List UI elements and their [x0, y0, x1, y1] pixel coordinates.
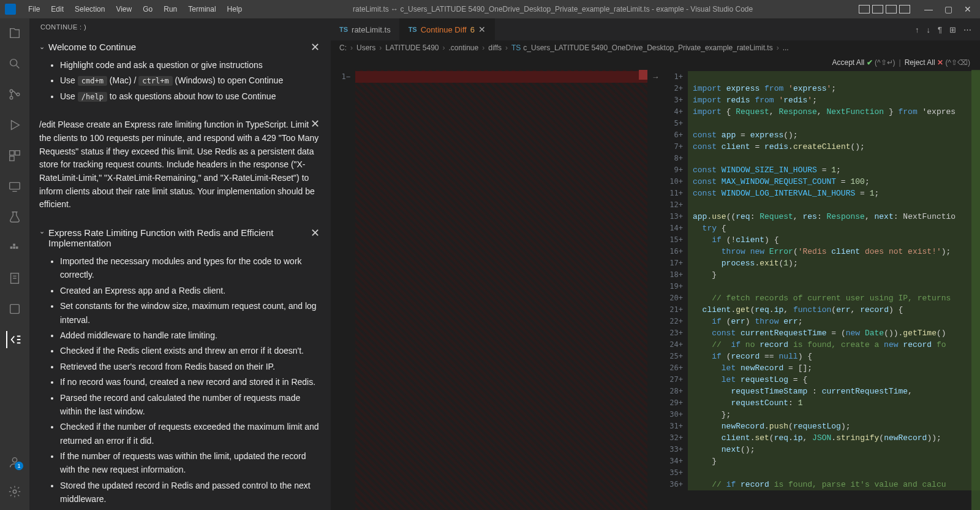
tab-continue-diff[interactable]: TS Continue Diff 6 ✕ — [400, 18, 495, 40]
code-line[interactable]: throw new Error('Redis client does not e… — [688, 246, 980, 257]
explorer-icon[interactable] — [6, 25, 23, 42]
result-bullet: Retrieved the user's record from Redis b… — [60, 360, 321, 373]
testing-icon[interactable] — [6, 208, 23, 226]
code-line[interactable]: if (err) throw err; — [688, 316, 980, 327]
code-line[interactable]: requestCount: 1 — [688, 397, 980, 409]
continue-sidebar: CONTINUE : ) ⌄ Welcome to Continue ✕ Hig… — [29, 18, 331, 510]
close-icon[interactable]: ✕ — [311, 226, 320, 240]
breadcrumb[interactable]: C:› Users› LATITUDE 5490› .continue› dif… — [331, 40, 980, 55]
search-icon[interactable] — [6, 55, 23, 72]
code-line[interactable]: let requestLog = { — [688, 374, 980, 386]
code-line[interactable]: // fetch records of current user using I… — [688, 292, 980, 304]
accept-all-button[interactable]: Accept All ✔ (^⇧↵) — [832, 58, 895, 67]
reject-all-button[interactable]: Reject All ✕ (^⇧⌫) — [905, 58, 970, 67]
code-line[interactable]: try { — [688, 223, 980, 234]
menu-help[interactable]: Help — [222, 2, 247, 16]
code-line[interactable]: next(); — [688, 444, 980, 455]
menu-terminal[interactable]: Terminal — [183, 2, 221, 16]
close-icon[interactable]: ✕ — [311, 40, 320, 54]
svg-rect-13 — [10, 305, 20, 314]
menu-edit[interactable]: Edit — [46, 2, 69, 16]
split-icon[interactable]: ⊞ — [949, 25, 956, 34]
svg-rect-11 — [13, 244, 15, 246]
code-line[interactable]: const currentRequestTime = (new Date()).… — [688, 327, 980, 339]
menu-view[interactable]: View — [111, 2, 137, 16]
code-line[interactable]: } — [688, 455, 980, 467]
bookmark-icon[interactable] — [6, 270, 23, 287]
code-line[interactable]: const WINDOW_LOG_INTERVAL_IN_HOURS = 1; — [688, 188, 980, 199]
code-line[interactable]: }; — [688, 409, 980, 421]
run-debug-icon[interactable] — [6, 116, 23, 134]
code-line[interactable]: import { Request, Response, NextFunction… — [688, 106, 980, 118]
svg-point-3 — [17, 93, 20, 96]
close-icon[interactable]: ✕ — [478, 25, 486, 34]
prompt-section: ✕ /edit Please create an Express rate li… — [29, 111, 331, 221]
code-line[interactable]: process.exit(1); — [688, 257, 980, 269]
chevron-down-icon[interactable]: ⌄ — [39, 43, 45, 51]
menu-bar: File Edit Selection View Go Run Terminal… — [23, 2, 247, 16]
docker-icon[interactable] — [6, 239, 23, 256]
code-line[interactable]: let newRecord = []; — [688, 362, 980, 374]
code-line[interactable] — [688, 281, 980, 292]
code-line[interactable]: const app = express(); — [688, 129, 980, 141]
extensions-icon[interactable] — [6, 147, 23, 164]
source-control-icon[interactable] — [6, 86, 23, 103]
typescript-icon: TS — [339, 26, 348, 33]
close-icon[interactable]: ✕ — [311, 117, 320, 131]
menu-go[interactable]: Go — [138, 2, 157, 16]
code-line[interactable]: requestTimeStamp : currentRequestTime, — [688, 386, 980, 397]
code-line[interactable] — [688, 199, 980, 211]
code-line[interactable]: client.set(req.ip, JSON.stringify(newRec… — [688, 432, 980, 444]
code-line[interactable]: // if record is found, parse it's value … — [688, 479, 980, 490]
code-line[interactable] — [688, 71, 980, 83]
svg-rect-7 — [10, 183, 20, 189]
code-line[interactable]: const MAX_WINDOW_REQUEST_COUNT = 100; — [688, 176, 980, 188]
menu-selection[interactable]: Selection — [70, 2, 110, 16]
code-line[interactable]: import express from 'express'; — [688, 83, 980, 94]
account-icon[interactable]: 1 — [6, 454, 23, 471]
welcome-title: Welcome to Continue — [48, 42, 136, 52]
diff-left-pane[interactable]: 1− — [331, 70, 647, 510]
tab-label: Continue Diff — [421, 25, 467, 34]
layout-controls[interactable] — [859, 5, 910, 13]
diff-right-pane[interactable]: 1+2+3+4+5+6+7+8+9+10+11+12+13+14+15+16+1… — [663, 70, 980, 510]
whitespace-icon[interactable]: ¶ — [938, 25, 942, 34]
code-line[interactable] — [688, 118, 980, 129]
minimize-button[interactable]: — — [921, 4, 936, 14]
editor-area: TS rateLimit.ts TS Continue Diff 6 ✕ ↑ ↓… — [331, 18, 980, 510]
tabs-bar: TS rateLimit.ts TS Continue Diff 6 ✕ ↑ ↓… — [331, 18, 980, 40]
code-line[interactable]: } — [688, 269, 980, 281]
code-line[interactable] — [688, 467, 980, 479]
result-bullet: Stored the updated record in Redis and p… — [60, 479, 321, 506]
close-window-button[interactable]: ✕ — [960, 4, 975, 14]
maximize-button[interactable]: ▢ — [941, 4, 956, 14]
diff-view: 1− → 1+2+3+4+5+6+7+8+9+10+11+12+13+14+15… — [331, 70, 980, 510]
settings-gear-icon[interactable] — [6, 483, 23, 500]
code-line[interactable] — [688, 153, 980, 164]
result-section: ⌄ Express Rate Limiting Function with Re… — [29, 221, 331, 510]
arrow-up-icon[interactable]: ↑ — [915, 25, 919, 34]
code-line[interactable]: if (record == null) { — [688, 351, 980, 362]
tab-ratelimit[interactable]: TS rateLimit.ts — [331, 18, 400, 40]
code-line[interactable]: newRecord.push(requestLog); — [688, 421, 980, 432]
chevron-down-icon[interactable]: ⌄ — [39, 227, 45, 235]
code-line[interactable]: const WINDOW_SIZE_IN_HOURS = 1; — [688, 164, 980, 176]
arrow-down-icon[interactable]: ↓ — [927, 25, 931, 34]
svg-rect-9 — [13, 246, 15, 249]
code-line[interactable]: client.get(req.ip, function(err, record)… — [688, 304, 980, 316]
code-line[interactable]: // if no record is found, create a new r… — [688, 339, 980, 351]
svg-point-0 — [10, 59, 17, 66]
code-line[interactable]: import redis from 'redis'; — [688, 94, 980, 106]
activity-bar: 1 — [0, 18, 29, 510]
result-bullet: Checked if the number of requests exceed… — [60, 420, 321, 447]
continue-icon[interactable] — [6, 331, 23, 348]
more-icon[interactable]: ⋯ — [963, 25, 971, 34]
menu-run[interactable]: Run — [159, 2, 182, 16]
remote-icon[interactable] — [6, 178, 23, 195]
minimap-icon — [971, 70, 980, 510]
code-line[interactable]: const client = redis.createClient(); — [688, 141, 980, 153]
code-line[interactable]: if (!client) { — [688, 234, 980, 246]
extra-icon[interactable] — [6, 300, 23, 318]
code-line[interactable]: app.use((req: Request, res: Response, ne… — [688, 211, 980, 223]
menu-file[interactable]: File — [23, 2, 45, 16]
